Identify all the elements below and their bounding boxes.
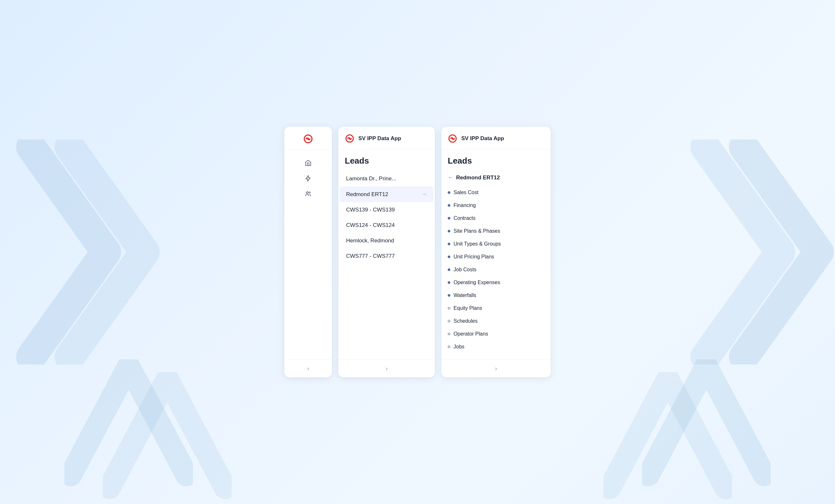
submenu-text-job-costs: Job Costs	[453, 267, 476, 273]
submenu-text-financing: Financing	[453, 203, 476, 208]
detail-app-name: SV IPP Data App	[461, 135, 504, 142]
submenu-text-unit-types: Unit Types & Groups	[453, 241, 501, 247]
list-item-lamonta-text: Lamonta Dr., Prine...	[346, 175, 396, 182]
narrow-panel-header	[284, 127, 332, 150]
back-title-text: Redmond ERT12	[456, 174, 500, 181]
svg-point-10	[452, 138, 453, 140]
submenu-text-operator-plans: Operator Plans	[453, 331, 488, 337]
nav-home[interactable]	[302, 156, 314, 169]
submenu-dot-job-costs	[448, 268, 450, 271]
logo-icon-leads	[344, 133, 355, 144]
submenu-unit-pricing[interactable]: Unit Pricing Plans	[441, 250, 551, 263]
submenu-text-site-plans: Site Plans & Phases	[453, 228, 500, 234]
logo-detail	[447, 133, 458, 144]
submenu-dot-operator-plans	[448, 333, 450, 335]
list-item-cws777[interactable]: CWS777 - CWS777	[340, 249, 433, 264]
svg-point-3	[307, 192, 308, 194]
list-item-lamonta[interactable]: Lamonta Dr., Prine...	[340, 171, 433, 186]
submenu-sales-cost[interactable]: Sales Cost	[441, 186, 551, 199]
narrow-panel-footer[interactable]: ›	[284, 359, 332, 377]
submenu-dot-schedules	[448, 320, 450, 322]
submenu-text-jobs: Jobs	[453, 344, 465, 350]
nav-section	[284, 150, 332, 207]
submenu-jobs[interactable]: Jobs	[441, 340, 551, 353]
submenu-operating-expenses[interactable]: Operating Expenses	[441, 276, 551, 289]
detail-panel-footer[interactable]: ›	[441, 359, 551, 377]
list-item-redmond-arrow: →	[421, 191, 427, 198]
leads-expand-button[interactable]: ›	[386, 365, 388, 372]
nav-activity[interactable]	[302, 172, 314, 185]
home-icon	[305, 160, 312, 167]
svg-point-2	[307, 138, 309, 140]
submenu-contracts[interactable]: Contracts	[441, 212, 551, 225]
logo-icon-detail	[447, 133, 458, 144]
leads-app-name: SV IPP Data App	[358, 135, 401, 142]
list-item-redmond[interactable]: Redmond ERT12 →	[340, 186, 433, 202]
submenu-text-equity-plans: Equity Plans	[453, 306, 482, 311]
submenu-dot-financing	[448, 204, 450, 207]
submenu-text-waterfalls: Waterfalls	[453, 293, 476, 298]
submenu-dot-waterfalls	[448, 294, 450, 297]
back-nav[interactable]: ← Redmond ERT12	[441, 171, 551, 186]
list-item-cws777-text: CWS777 - CWS777	[346, 253, 395, 259]
panel-detail: SV IPP Data App Leads ← Redmond ERT12 Sa…	[441, 127, 551, 377]
submenu-text-schedules: Schedules	[453, 318, 477, 324]
back-arrow-icon: ←	[448, 174, 453, 181]
bolt-icon	[305, 175, 312, 182]
submenu-financing[interactable]: Financing	[441, 199, 551, 212]
submenu-text-sales-cost: Sales Cost	[453, 190, 478, 195]
list-item-cws139[interactable]: CWS139 - CWS139	[340, 202, 433, 217]
submenu-schedules[interactable]: Schedules	[441, 315, 551, 328]
submenu-site-plans[interactable]: Site Plans & Phases	[441, 225, 551, 237]
logo-leads	[344, 133, 355, 144]
leads-content: Leads Lamonta Dr., Prine... Redmond ERT1…	[339, 149, 435, 359]
svg-point-7	[349, 138, 351, 140]
leads-section-title: Leads	[339, 156, 435, 171]
submenu-text-operating-expenses: Operating Expenses	[453, 280, 500, 286]
submenu-dot-operating-expenses	[448, 281, 450, 284]
logo-narrow	[302, 133, 314, 145]
leads-panel-footer[interactable]: ›	[339, 359, 435, 377]
narrow-expand-button[interactable]: ›	[307, 365, 309, 372]
list-item-hemlock[interactable]: Hemlock, Redmond	[340, 233, 433, 249]
panel-leads: SV IPP Data App Leads Lamonta Dr., Prine…	[339, 127, 435, 377]
detail-content: Leads ← Redmond ERT12 Sales Cost Financi…	[441, 149, 551, 359]
submenu-equity-plans[interactable]: Equity Plans	[441, 302, 551, 315]
logo-icon-narrow	[302, 133, 314, 145]
users-icon	[305, 190, 312, 197]
detail-panel-header: SV IPP Data App	[441, 127, 551, 149]
submenu-dot-unit-types	[448, 243, 450, 245]
svg-point-4	[309, 192, 310, 193]
nav-users[interactable]	[302, 187, 314, 200]
submenu-dot-contracts	[448, 217, 450, 219]
submenu-dot-jobs	[448, 345, 450, 348]
submenu-dot-site-plans	[448, 230, 450, 232]
detail-expand-button[interactable]: ›	[495, 365, 497, 372]
submenu-text-contracts: Contracts	[453, 215, 475, 221]
submenu-waterfalls[interactable]: Waterfalls	[441, 289, 551, 302]
list-item-cws124-text: CWS124 - CWS124	[346, 222, 395, 229]
leads-panel-header: SV IPP Data App	[339, 127, 435, 149]
list-item-cws124[interactable]: CWS124 - CWS124	[340, 217, 433, 233]
submenu-dot-unit-pricing	[448, 255, 450, 258]
list-item-hemlock-text: Hemlock, Redmond	[346, 237, 394, 244]
panel-narrow: ›	[284, 127, 332, 377]
list-item-cws139-text: CWS139 - CWS139	[346, 207, 395, 213]
submenu-operator-plans[interactable]: Operator Plans	[441, 328, 551, 340]
submenu-unit-types[interactable]: Unit Types & Groups	[441, 237, 551, 250]
list-item-redmond-text: Redmond ERT12	[346, 191, 388, 198]
submenu-job-costs[interactable]: Job Costs	[441, 263, 551, 276]
submenu-text-unit-pricing: Unit Pricing Plans	[453, 254, 494, 260]
submenu-dot-sales-cost	[448, 191, 450, 194]
submenu-dot-equity-plans	[448, 307, 450, 310]
detail-section-title: Leads	[441, 156, 551, 171]
